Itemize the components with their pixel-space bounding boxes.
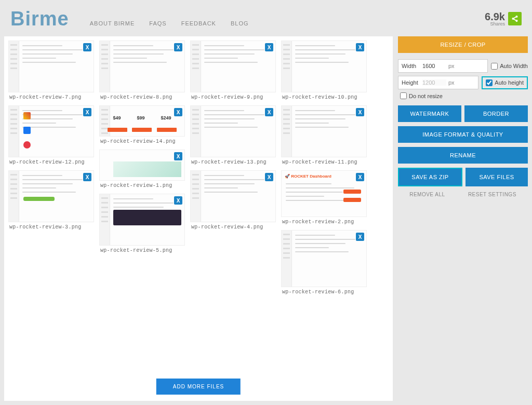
thumbnail-filename: wp-rocket-review-12.png [8, 157, 94, 165]
remove-thumbnail-button[interactable]: X [174, 152, 182, 160]
height-label: Height [398, 79, 422, 86]
watermark-section[interactable]: WATERMARK [398, 105, 461, 122]
remove-all-link[interactable]: REMOVE ALL [409, 192, 445, 197]
shares-number: 6.9k [485, 11, 505, 22]
remove-thumbnail-button[interactable]: X [174, 43, 182, 51]
remove-thumbnail-button[interactable]: X [265, 108, 273, 116]
add-more-files-button[interactable]: ADD MORE FILES [156, 379, 241, 395]
thumbnail-filename: wp-rocket-review-8.png [99, 92, 185, 100]
settings-panel: RESIZE / CROP Width px Auto Width Height [398, 36, 528, 401]
thumbnail-filename: wp-rocket-review-6.png [281, 287, 367, 295]
remove-thumbnail-button[interactable]: X [83, 173, 91, 181]
thumbnail[interactable]: Xwp-rocket-review-9.png [190, 40, 276, 100]
svg-line-3 [513, 17, 516, 19]
thumbnail[interactable]: Xwp-rocket-review-4.png [190, 170, 276, 230]
thumbnail-filename: wp-rocket-review-7.png [8, 92, 94, 100]
remove-thumbnail-button[interactable]: X [83, 108, 91, 116]
thumbnail[interactable]: Xwp-rocket-review-3.png [8, 170, 94, 230]
width-label: Width [398, 63, 422, 69]
format-quality-section[interactable]: IMAGE FORMAT & QUALITY [398, 126, 528, 143]
thumbnail-filename: wp-rocket-review-10.png [281, 92, 367, 100]
thumbnail-filename: wp-rocket-review-9.png [190, 92, 276, 100]
thumbnail[interactable]: $49$99$249Xwp-rocket-review-14.png [99, 105, 185, 144]
shares-label: Shares [485, 22, 505, 26]
do-not-resize-checkbox[interactable]: Do not resize [398, 92, 528, 99]
thumbnail[interactable]: Xwp-rocket-review-8.png [99, 40, 185, 100]
nav-about[interactable]: ABOUT BIRME [90, 20, 135, 26]
thumbnail-filename: wp-rocket-review-2.png [281, 217, 367, 225]
width-unit: px [446, 63, 459, 69]
svg-point-2 [516, 20, 517, 21]
logo: Birme [10, 8, 69, 30]
save-files-button[interactable]: SAVE FILES [466, 168, 528, 186]
image-workspace: Xwp-rocket-review-7.pngXwp-rocket-review… [4, 36, 393, 401]
remove-thumbnail-button[interactable]: X [174, 196, 182, 205]
remove-thumbnail-button[interactable]: X [356, 108, 364, 116]
share-box: 6.9k Shares [485, 11, 522, 26]
border-section[interactable]: BORDER [464, 105, 528, 122]
remove-thumbnail-button[interactable]: X [356, 233, 364, 241]
shares-count: 6.9k Shares [485, 11, 505, 26]
save-as-zip-button[interactable]: SAVE AS ZIP [398, 168, 462, 186]
height-input[interactable] [422, 79, 446, 86]
svg-point-1 [516, 16, 517, 17]
thumbnail-filename: wp-rocket-review-3.png [8, 222, 94, 230]
remove-thumbnail-button[interactable]: X [356, 43, 364, 51]
thumbnail-filename: wp-rocket-review-11.png [281, 157, 367, 165]
resize-options: Width px Auto Width Height px [398, 57, 528, 101]
svg-line-4 [513, 19, 516, 21]
top-nav: ABOUT BIRME FAQS FEEDBACK BLOG [90, 11, 485, 26]
thumbnail[interactable]: Xwp-rocket-review-12.png [8, 105, 94, 165]
resize-crop-section[interactable]: RESIZE / CROP [398, 36, 528, 53]
reset-settings-link[interactable]: RESET SETTINGS [468, 192, 516, 197]
nav-faqs[interactable]: FAQS [149, 20, 166, 26]
thumbnail-filename: wp-rocket-review-5.png [99, 246, 185, 253]
width-input-box: Width px [398, 59, 488, 73]
remove-thumbnail-button[interactable]: X [265, 173, 273, 181]
thumbnail[interactable]: Xwp-rocket-review-7.png [8, 40, 94, 100]
share-icon[interactable] [508, 12, 522, 25]
thumbnail[interactable]: Xwp-rocket-review-10.png [281, 40, 367, 100]
thumbnail[interactable]: Xwp-rocket-review-5.png [99, 194, 185, 253]
header: Birme ABOUT BIRME FAQS FEEDBACK BLOG 6.9… [0, 0, 532, 32]
width-input[interactable] [422, 63, 446, 69]
thumbnail-filename: wp-rocket-review-4.png [190, 222, 276, 230]
height-input-box: Height px [398, 76, 478, 89]
thumbnail[interactable]: Xwp-rocket-review-13.png [190, 105, 276, 165]
thumbnail[interactable]: Xwp-rocket-review-6.png [281, 230, 367, 295]
thumbnail-filename: wp-rocket-review-14.png [99, 137, 185, 144]
nav-feedback[interactable]: FEEDBACK [181, 20, 216, 26]
remove-thumbnail-button[interactable]: X [356, 173, 364, 181]
thumbnail-filename: wp-rocket-review-1.png [99, 181, 185, 188]
nav-blog[interactable]: BLOG [231, 20, 249, 26]
thumbnail[interactable]: Xwp-rocket-review-1.png [99, 150, 185, 188]
remove-thumbnail-button[interactable]: X [174, 108, 182, 116]
remove-thumbnail-button[interactable]: X [265, 43, 273, 51]
auto-width-checkbox[interactable]: Auto Width [491, 63, 528, 70]
rename-section[interactable]: RENAME [398, 147, 528, 164]
thumbnail[interactable]: Xwp-rocket-review-11.png [281, 105, 367, 165]
height-unit: px [446, 79, 459, 86]
thumbnail-filename: wp-rocket-review-13.png [190, 157, 276, 165]
auto-height-checkbox[interactable]: Auto height [482, 76, 528, 89]
remove-thumbnail-button[interactable]: X [83, 43, 91, 51]
thumbnail[interactable]: 🚀 ROCKET DashboardXwp-rocket-review-2.pn… [281, 170, 367, 225]
